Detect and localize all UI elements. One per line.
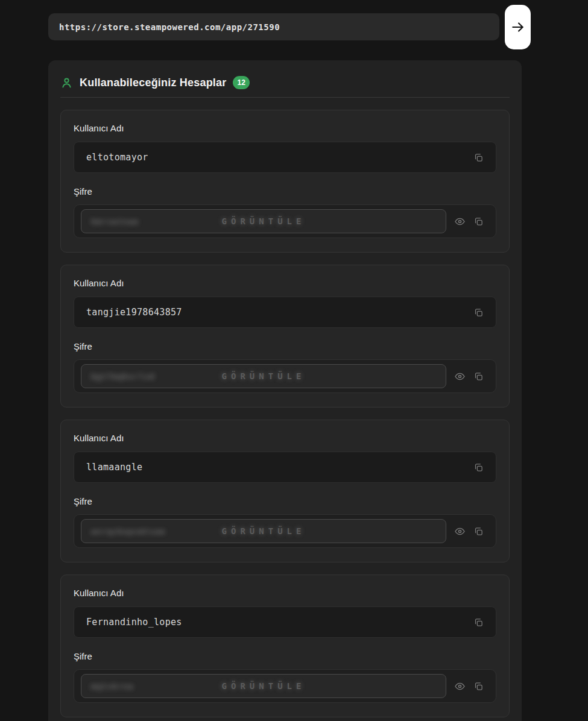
copy-icon: [473, 462, 484, 473]
copy-icon: [473, 216, 484, 227]
arrow-right-icon: [510, 19, 526, 35]
password-label: Şifre: [74, 496, 496, 507]
show-password-button[interactable]: [454, 371, 466, 382]
password-field[interactable]: kmrvwtnae GÖRÜNTÜLE: [81, 209, 446, 233]
eye-icon: [454, 371, 466, 382]
copy-password-button[interactable]: [473, 216, 484, 227]
username-value: Fernandinho_lopes: [86, 617, 473, 628]
username-label: Kullanıcı Adı: [74, 588, 496, 599]
account-card: Kullanıcı Adı tangjie1978643857 Şifre bg…: [60, 265, 510, 408]
account-count-badge: 12: [233, 76, 249, 89]
copy-icon: [473, 307, 484, 318]
reveal-overlay: GÖRÜNTÜLE: [81, 681, 446, 691]
copy-icon: [473, 371, 484, 382]
eye-icon: [454, 681, 466, 692]
eye-icon: [454, 216, 466, 227]
copy-password-button[interactable]: [473, 681, 484, 691]
panel-title: Kullanabileceğiniz Hesaplar: [80, 77, 226, 89]
url-text[interactable]: https://store.steampowered.com/app/27159…: [59, 22, 280, 32]
user-icon: [60, 77, 73, 89]
eye-icon: [454, 526, 466, 537]
copy-icon: [473, 153, 484, 163]
password-actions: [454, 371, 484, 382]
copy-username-button[interactable]: [473, 462, 484, 473]
password-label: Şifre: [74, 186, 496, 197]
username-field: llamaangle: [74, 452, 496, 483]
account-card: Kullanıcı Adı Fernandinho_lopes Şifre mq…: [60, 575, 510, 717]
username-field: eltotomayor: [74, 142, 496, 173]
password-label: Şifre: [74, 651, 496, 662]
username-field: tangjie1978643857: [74, 297, 496, 328]
password-box: bgtfmqhxrlsd GÖRÜNTÜLE: [74, 359, 496, 393]
password-label: Şifre: [74, 341, 496, 352]
username-value: eltotomayor: [86, 152, 473, 163]
account-card: Kullanıcı Adı eltotomayor Şifre kmrvwtna…: [60, 110, 510, 253]
copy-username-button[interactable]: [473, 153, 484, 163]
copy-username-button[interactable]: [473, 617, 484, 628]
username-label: Kullanıcı Adı: [74, 123, 496, 134]
username-value: llamaangle: [86, 462, 473, 473]
account-card: Kullanıcı Adı llamaangle Şifre wnrqzkopv…: [60, 420, 510, 562]
accounts-panel: Kullanabileceğiniz Hesaplar 12 Kullanıcı…: [48, 60, 522, 721]
password-actions: [454, 526, 484, 537]
password-actions: [454, 216, 484, 227]
password-box: wnrqzkopvmtsae GÖRÜNTÜLE: [74, 514, 496, 548]
accounts-panel-header: Kullanabileceğiniz Hesaplar 12: [60, 60, 510, 92]
password-box: kmrvwtnae GÖRÜNTÜLE: [74, 204, 496, 238]
password-actions: [454, 681, 484, 692]
copy-password-button[interactable]: [473, 526, 484, 537]
go-button[interactable]: [505, 5, 531, 49]
header-divider: [60, 97, 510, 98]
password-blurred-value: kmrvwtnae: [91, 217, 139, 226]
copy-icon: [473, 526, 484, 537]
password-blurred-value: wnrqzkopvmtsae: [91, 527, 166, 536]
username-label: Kullanıcı Adı: [74, 278, 496, 289]
copy-password-button[interactable]: [473, 371, 484, 382]
password-field[interactable]: wnrqzkopvmtsae GÖRÜNTÜLE: [81, 519, 446, 543]
password-field[interactable]: mqtvkrna GÖRÜNTÜLE: [81, 674, 446, 698]
copy-icon: [473, 617, 484, 628]
show-password-button[interactable]: [454, 216, 466, 227]
show-password-button[interactable]: [454, 681, 466, 692]
copy-icon: [473, 681, 484, 691]
password-field[interactable]: bgtfmqhxrlsd GÖRÜNTÜLE: [81, 364, 446, 388]
password-box: mqtvkrna GÖRÜNTÜLE: [74, 669, 496, 703]
copy-username-button[interactable]: [473, 307, 484, 318]
show-password-button[interactable]: [454, 526, 466, 537]
password-blurred-value: bgtfmqhxrlsd: [91, 372, 155, 381]
username-value: tangjie1978643857: [86, 307, 473, 318]
username-field: Fernandinho_lopes: [74, 606, 496, 638]
username-label: Kullanıcı Adı: [74, 433, 496, 444]
url-bar[interactable]: https://store.steampowered.com/app/27159…: [48, 13, 499, 40]
password-blurred-value: mqtvkrna: [91, 682, 134, 691]
